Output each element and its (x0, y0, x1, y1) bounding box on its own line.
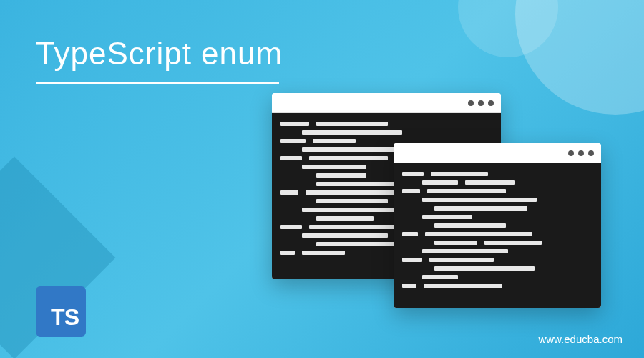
window-control-dot (578, 150, 584, 156)
website-url: www.educba.com (538, 333, 623, 345)
window-control-dot (478, 100, 484, 106)
page-title: TypeScript enum (36, 36, 283, 72)
window-control-dot (588, 150, 594, 156)
code-body (394, 163, 601, 308)
window-titlebar (394, 143, 601, 163)
window-control-dot (468, 100, 474, 106)
window-titlebar (272, 93, 501, 113)
window-control-dot (568, 150, 574, 156)
window-control-dot (488, 100, 494, 106)
code-window-front (394, 143, 601, 308)
banner-container: TypeScript enum TS www.educba.com (0, 0, 644, 358)
code-windows-illustration (272, 93, 601, 315)
typescript-logo: TS (36, 286, 86, 337)
typescript-logo-text: TS (51, 304, 79, 331)
title-underline (36, 82, 279, 84)
